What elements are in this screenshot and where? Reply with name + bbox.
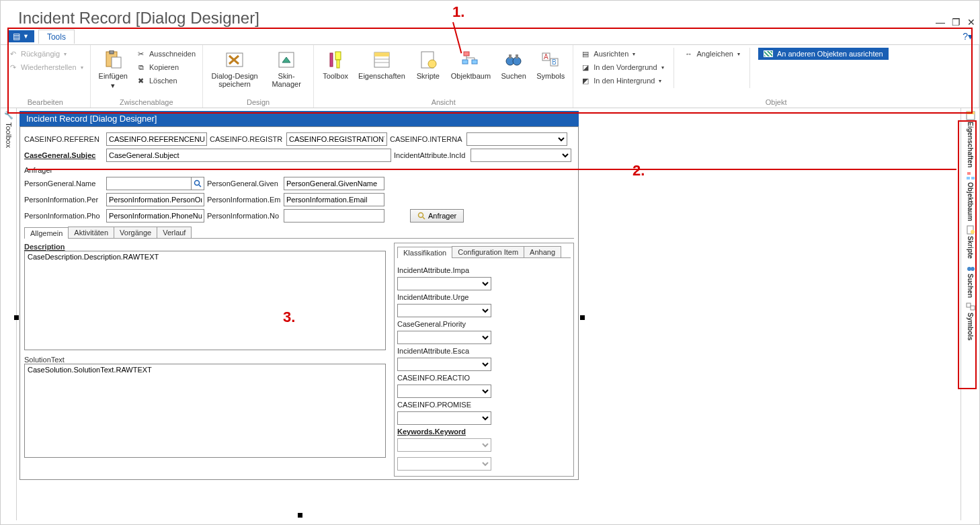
pg-given-input[interactable] (284, 177, 384, 190)
help-icon[interactable]: ?▾ (963, 31, 973, 42)
impact-label: IncidentAttribute.Impa (397, 266, 475, 274)
undo-button[interactable]: ↶ Rückgängig▾ (6, 48, 85, 60)
tab-verlauf[interactable]: Verlauf (157, 227, 192, 238)
send-back-button[interactable]: ◩In den Hintergrund▾ (579, 75, 665, 87)
urgency-label: IncidentAttribute.Urge (397, 293, 475, 301)
svg-rect-2 (112, 57, 121, 68)
priority-label: CaseGeneral.Priority (397, 320, 475, 328)
svg-rect-34 (967, 172, 971, 175)
file-menu-button[interactable]: ▤ ▼ (7, 30, 34, 42)
annotation-2-line (28, 169, 956, 170)
pi-no-input[interactable] (284, 209, 384, 223)
solution-textarea[interactable] (24, 364, 386, 458)
annotation-1-label: 1. (452, 3, 464, 21)
svg-text:A: A (544, 53, 548, 60)
tree-icon (966, 171, 975, 181)
save-design-button[interactable]: Dialog-Design speichern (208, 48, 261, 89)
properties-label: Eigenschaften (358, 72, 405, 80)
redo-label: Wiederherstellen (21, 63, 77, 71)
incattr-select[interactable] (471, 149, 571, 162)
pi-ph-label: PersonInformation.Pho (24, 212, 104, 220)
skin-manager-button[interactable]: Skin-Manager (265, 48, 308, 89)
solution-label: SolutionText (24, 356, 387, 364)
tab-anhang[interactable]: Anhang (524, 246, 561, 257)
paste-button[interactable]: Einfügen▾ (96, 48, 130, 91)
copy-button[interactable]: ⧉Kopieren (134, 61, 197, 73)
toolbox-button[interactable]: Toolbox (319, 48, 352, 81)
rail-scripts[interactable]: Skripte (966, 225, 975, 259)
front-label: In den Vordergrund (594, 63, 657, 71)
scripts-label: Skripte (417, 72, 440, 80)
rail-properties[interactable]: Eigenschaften (966, 111, 975, 167)
svg-rect-22 (509, 54, 512, 58)
properties-icon (371, 49, 393, 71)
cut-button[interactable]: ✂Ausschneiden (134, 48, 197, 60)
search-icon[interactable] (191, 177, 204, 190)
form-canvas[interactable]: CASEINFO.REFEREN CASEINFO.REGISTR CASEIN… (19, 126, 579, 480)
subject-input[interactable] (106, 149, 391, 162)
delete-icon: ✖ (136, 75, 147, 86)
close-icon[interactable]: ✕ (967, 17, 975, 28)
window-controls: — ❐ ✕ (936, 17, 975, 28)
angleichen-label: Angleichen (697, 50, 733, 58)
symbols-button[interactable]: ABSymbols (534, 48, 567, 81)
anfrager-button[interactable]: Anfrager (410, 209, 464, 223)
align-button[interactable]: ▤Ausrichten▾ (579, 48, 665, 60)
promise-select[interactable] (397, 411, 491, 425)
rail-search[interactable]: Suchen (966, 263, 975, 298)
reactio-select[interactable] (397, 385, 491, 398)
copy-icon: ⧉ (136, 62, 147, 73)
back-icon: ◩ (580, 75, 591, 86)
tab-allgemein[interactable]: Allgemein (24, 227, 69, 239)
description-textarea[interactable] (24, 251, 386, 350)
bring-front-button[interactable]: ◪In den Vordergrund▾ (579, 61, 665, 73)
toolbox-rail[interactable]: Toolbox (5, 122, 13, 148)
tab-klassifikation[interactable]: Klassifikation (397, 247, 452, 258)
caseinfo-ref-input[interactable] (106, 132, 207, 146)
restore-icon[interactable]: ❐ (952, 17, 961, 28)
rail-objecttree[interactable]: Objektbaum (966, 171, 975, 221)
svg-rect-42 (971, 306, 975, 310)
main-tabset: Allgemein Aktivitäten Vorgänge Verlauf (24, 227, 574, 239)
ribbon-tab-tools[interactable]: Tools (38, 30, 75, 44)
pi-no-label: PersonInformation.No (207, 212, 281, 220)
symbols-label: Symbols (536, 72, 565, 80)
priority-select[interactable] (397, 331, 491, 344)
delete-button[interactable]: ✖Löschen (134, 75, 197, 87)
svg-line-29 (199, 185, 201, 187)
keywords-select[interactable] (397, 438, 491, 452)
tab-config-item[interactable]: Configuration Item (452, 246, 524, 257)
subject-label: CaseGeneral.Subjec (24, 151, 104, 159)
impact-select[interactable] (397, 277, 491, 290)
caseinfo-int-select[interactable] (466, 132, 567, 146)
caseinfo-reg-input[interactable] (286, 132, 387, 146)
svg-rect-14 (464, 52, 469, 56)
urgency-select[interactable] (397, 304, 491, 317)
search-icon (417, 212, 425, 220)
save-design-label: Dialog-Design speichern (211, 72, 258, 88)
objecttree-button[interactable]: Objektbaum (448, 48, 493, 81)
tab-aktivitaeten[interactable]: Aktivitäten (68, 227, 114, 238)
svg-rect-6 (335, 52, 341, 60)
svg-point-28 (195, 181, 200, 186)
redo-button[interactable]: ↷ Wiederherstellen▾ (6, 61, 85, 73)
keywords-select-2[interactable] (397, 457, 491, 471)
scripts-button[interactable]: Skripte (412, 48, 444, 81)
align-others-button[interactable]: An anderen Objekten ausrichten (758, 48, 889, 60)
copy-label: Kopieren (149, 63, 179, 71)
rail-symbols[interactable]: Symbols (966, 302, 975, 341)
properties-button[interactable]: Eigenschaften (356, 48, 408, 81)
svg-point-30 (419, 213, 423, 218)
pi-ph-input[interactable] (106, 209, 204, 223)
minimize-icon[interactable]: — (936, 17, 945, 28)
tab-vorgaenge[interactable]: Vorgänge (114, 227, 157, 238)
group-label-objekt: Objekt (579, 97, 973, 106)
pi-per-input[interactable] (106, 193, 204, 206)
angleichen-button[interactable]: ↔Angleichen▾ (682, 48, 741, 60)
pi-em-input[interactable] (284, 193, 384, 206)
pg-name-search[interactable] (106, 177, 204, 190)
pg-name-input[interactable] (106, 177, 191, 190)
reactio-label: CASEINFO.REACTIO (397, 374, 475, 382)
esca-select[interactable] (397, 358, 491, 371)
search-button[interactable]: Suchen (497, 48, 530, 81)
